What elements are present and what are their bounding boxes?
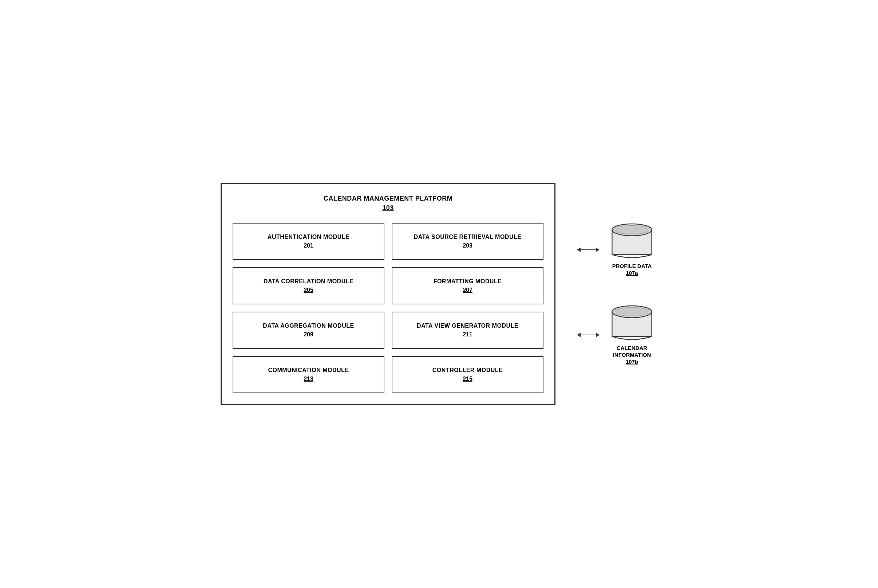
arrow-line-profile [577, 249, 599, 250]
module-formatting-number: 207 [400, 287, 535, 294]
db-profile-container: PROFILE DATA 107a [577, 223, 658, 276]
module-communication-name: COMMUNICATION MODULE [241, 367, 376, 374]
module-controller-name: CONTROLLER MODULE [400, 367, 535, 374]
module-correlation-number: 205 [241, 287, 376, 294]
module-controller-number: 215 [400, 376, 535, 382]
db-profile-number: 107a [612, 270, 652, 276]
db-profile: PROFILE DATA 107a [607, 223, 658, 276]
svg-point-5 [615, 307, 649, 316]
databases-column: PROFILE DATA 107a CALENDAR INFORMATION [577, 223, 658, 365]
db-profile-name: PROFILE DATA [612, 262, 652, 270]
module-datasource: DATA SOURCE RETRIEVAL MODULE 203 [392, 223, 544, 260]
platform-box: CALENDAR MANAGEMENT PLATFORM 103 AUTHENT… [220, 183, 556, 405]
module-authentication-number: 201 [241, 243, 376, 249]
arrow-profile [577, 249, 599, 250]
db-calendar-label: CALENDAR INFORMATION 107b [607, 344, 658, 365]
module-correlation: DATA CORRELATION MODULE 205 [232, 267, 384, 304]
platform-title: CALENDAR MANAGEMENT PLATFORM [232, 195, 544, 202]
db-calendar-container: CALENDAR INFORMATION 107b [577, 305, 658, 365]
modules-grid: AUTHENTICATION MODULE 201 DATA SOURCE RE… [232, 223, 544, 393]
module-viewgenerator: DATA VIEW GENERATOR MODULE 211 [392, 312, 544, 349]
module-controller: CONTROLLER MODULE 215 [392, 356, 544, 393]
diagram-container: CALENDAR MANAGEMENT PLATFORM 103 AUTHENT… [220, 183, 658, 405]
db-calendar-name: CALENDAR INFORMATION [607, 344, 658, 358]
module-formatting-name: FORMATTING MODULE [400, 278, 535, 285]
module-viewgenerator-number: 211 [400, 332, 535, 338]
svg-point-2 [615, 226, 649, 234]
module-authentication-name: AUTHENTICATION MODULE [241, 234, 376, 240]
module-communication-number: 213 [241, 376, 376, 382]
db-calendar: CALENDAR INFORMATION 107b [607, 305, 658, 365]
module-datasource-number: 203 [400, 243, 535, 249]
module-aggregation: DATA AGGREGATION MODULE 209 [232, 312, 384, 349]
platform-number: 103 [232, 204, 544, 212]
module-aggregation-name: DATA AGGREGATION MODULE [241, 322, 376, 329]
module-datasource-name: DATA SOURCE RETRIEVAL MODULE [400, 234, 535, 240]
db-profile-icon [608, 223, 656, 260]
db-calendar-number: 107b [607, 358, 658, 365]
db-profile-label: PROFILE DATA 107a [612, 262, 652, 276]
module-aggregation-number: 209 [241, 332, 376, 338]
module-correlation-name: DATA CORRELATION MODULE [241, 278, 376, 285]
db-calendar-icon [608, 305, 656, 342]
arrow-line-calendar [577, 334, 599, 335]
module-authentication: AUTHENTICATION MODULE 201 [232, 223, 384, 260]
module-formatting: FORMATTING MODULE 207 [392, 267, 544, 304]
module-communication: COMMUNICATION MODULE 213 [232, 356, 384, 393]
module-viewgenerator-name: DATA VIEW GENERATOR MODULE [400, 322, 535, 329]
arrow-calendar [577, 334, 599, 335]
